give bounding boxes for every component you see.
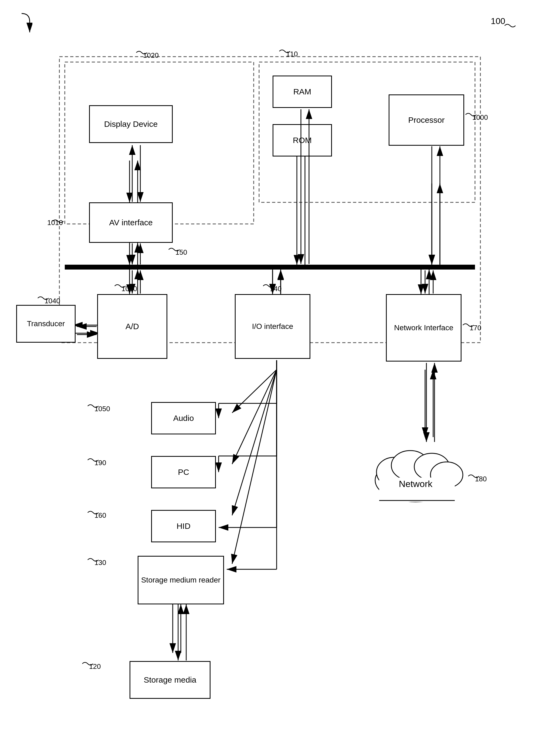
label-1010: 1010	[47, 219, 63, 227]
ram-box: RAM	[273, 76, 332, 108]
av-interface-box: AV interface	[89, 202, 173, 243]
rom-box: ROM	[273, 124, 332, 156]
audio-box: Audio	[151, 402, 216, 434]
label-120: 120	[89, 662, 101, 671]
hid-label: HID	[177, 522, 191, 531]
storage-media-box: Storage media	[130, 661, 211, 699]
label-180: 180	[475, 475, 487, 483]
network-interface-label: Network Interface	[394, 323, 453, 333]
transducer-box: Transducer	[16, 305, 76, 343]
storage-medium-reader-label: Storage medium reader	[141, 575, 220, 585]
hid-box: HID	[151, 510, 216, 542]
pc-label: PC	[178, 468, 189, 477]
label-1020: 1020	[143, 51, 159, 60]
label-150: 150	[175, 248, 187, 257]
label-1040: 1040	[45, 297, 60, 305]
av-interface-label: AV interface	[109, 218, 152, 227]
label-1000: 1000	[472, 113, 488, 122]
network-interface-box: Network Interface	[386, 294, 461, 362]
ref-arrow-100	[0, 11, 32, 38]
storage-medium-reader-box: Storage medium reader	[138, 556, 224, 604]
label-100: 100	[491, 16, 505, 26]
diagram: 100 1010 1020 110 Display Device AV inte…	[0, 0, 543, 756]
label-160: 160	[94, 511, 106, 520]
storage-media-label: Storage media	[144, 675, 196, 685]
svg-rect-5	[65, 62, 254, 224]
io-interface-box: I/O interface	[235, 294, 310, 359]
display-device-box: Display Device	[89, 105, 173, 143]
transducer-label: Transducer	[27, 319, 65, 328]
display-device-label: Display Device	[104, 120, 158, 129]
svg-line-29	[232, 370, 277, 564]
label-110: 110	[286, 50, 298, 58]
label-130: 130	[94, 559, 106, 567]
label-140: 140	[270, 285, 281, 293]
processor-label: Processor	[408, 115, 444, 125]
rom-label: ROM	[293, 136, 312, 145]
processor-box: Processor	[389, 94, 464, 146]
ram-label: RAM	[293, 87, 311, 96]
io-interface-label: I/O interface	[252, 322, 293, 331]
svg-line-27	[232, 370, 277, 464]
label-170: 170	[470, 324, 481, 332]
audio-label: Audio	[173, 414, 194, 423]
label-190: 190	[94, 459, 106, 467]
label-1050: 1050	[94, 405, 110, 413]
pc-box: PC	[151, 456, 216, 488]
svg-text:Network: Network	[399, 479, 433, 489]
ad-box: A/D	[97, 294, 167, 359]
network-cloud-svg: Network	[367, 442, 464, 507]
ad-label: A/D	[125, 322, 139, 331]
label-1030: 1030	[121, 285, 137, 293]
